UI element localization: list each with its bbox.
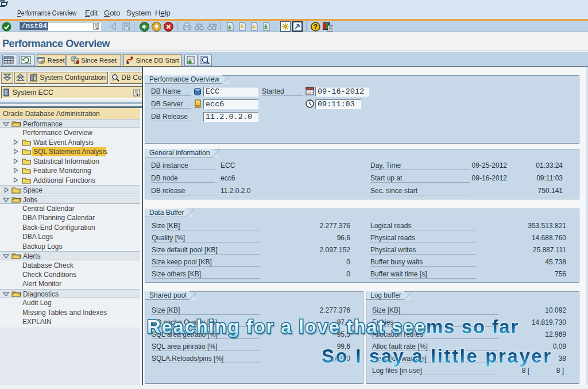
svg-text:?: ? xyxy=(314,23,318,31)
